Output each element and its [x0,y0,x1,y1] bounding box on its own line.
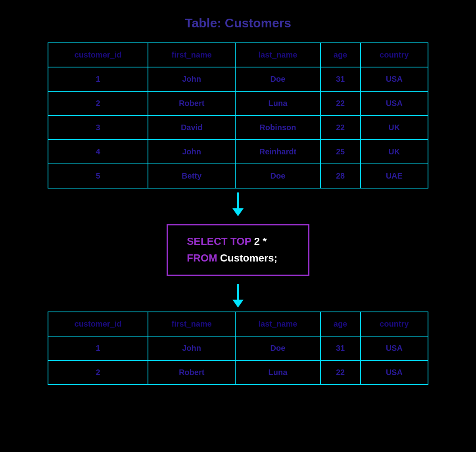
result-cell-1-3: 22 [321,360,361,385]
source-table-row: 5BettyDoe28UAE [48,164,428,188]
source-col-header-country: country [361,43,428,67]
source-cell-3-0: 4 [48,140,148,164]
query-table-name: Customers; [220,252,277,264]
source-cell-3-4: UK [361,140,428,164]
result-cell-1-0: 2 [48,360,148,385]
arrow-line-2 [237,284,239,300]
source-table-row: 4JohnReinhardt25UK [48,140,428,164]
keyword-select-top: SELECT TOP [187,235,251,247]
result-cell-1-1: Robert [148,360,235,385]
source-cell-2-1: David [148,115,235,140]
result-cell-0-2: Doe [235,336,320,360]
arrow-head-1 [232,208,244,216]
source-col-header-last_name: last_name [235,43,320,67]
source-cell-3-2: Reinhardt [235,140,320,164]
source-cell-0-1: John [148,67,235,91]
source-col-header-first_name: first_name [148,43,235,67]
result-cell-1-2: Luna [235,360,320,385]
result-col-header-customer_id: customer_id [48,312,148,336]
page-title: Table: Customers [185,16,291,31]
keyword-from: FROM [187,252,217,264]
result-cell-0-4: USA [361,336,428,360]
source-cell-1-3: 22 [321,91,361,115]
source-cell-4-2: Doe [235,164,320,188]
result-cell-0-0: 1 [48,336,148,360]
arrow-head-2 [232,300,244,308]
source-cell-0-2: Doe [235,67,320,91]
result-table-row: 1JohnDoe31USA [48,336,428,360]
source-cell-0-3: 31 [321,67,361,91]
source-cell-1-2: Luna [235,91,320,115]
source-cell-2-2: Robinson [235,115,320,140]
arrow-down-1 [232,192,244,216]
source-col-header-customer_id: customer_id [48,43,148,67]
source-cell-4-0: 5 [48,164,148,188]
source-cell-0-4: USA [361,67,428,91]
result-table-row: 2RobertLuna22USA [48,360,428,385]
source-cell-3-3: 25 [321,140,361,164]
arrow-down-2 [232,284,244,308]
query-line-1: SELECT TOP 2 * [187,235,267,248]
source-table-header-row: customer_idfirst_namelast_nameagecountry [48,43,428,67]
query-box: SELECT TOP 2 * FROM Customers; [167,224,309,276]
source-cell-1-4: USA [361,91,428,115]
source-cell-2-4: UK [361,115,428,140]
source-table-row: 3DavidRobinson22UK [48,115,428,140]
result-col-header-last_name: last_name [235,312,320,336]
source-cell-1-1: Robert [148,91,235,115]
source-cell-2-0: 3 [48,115,148,140]
source-cell-4-4: UAE [361,164,428,188]
result-col-header-age: age [321,312,361,336]
source-cell-3-1: John [148,140,235,164]
source-cell-2-3: 22 [321,115,361,140]
result-col-header-first_name: first_name [148,312,235,336]
source-cell-4-3: 28 [321,164,361,188]
arrow-line-1 [237,192,239,208]
source-cell-0-0: 1 [48,67,148,91]
source-table-row: 2RobertLuna22USA [48,91,428,115]
source-table: customer_idfirst_namelast_nameagecountry… [48,42,428,188]
result-cell-1-4: USA [361,360,428,385]
query-line-2: FROM Customers; [187,252,277,265]
query-top-val: 2 * [254,235,267,247]
page-container: Table: Customers customer_idfirst_namela… [20,16,456,385]
source-col-header-age: age [321,43,361,67]
result-cell-0-3: 31 [321,336,361,360]
result-table-header-row: customer_idfirst_namelast_nameagecountry [48,312,428,336]
result-table: customer_idfirst_namelast_nameagecountry… [48,312,428,385]
source-cell-1-0: 2 [48,91,148,115]
result-col-header-country: country [361,312,428,336]
result-cell-0-1: John [148,336,235,360]
source-table-row: 1JohnDoe31USA [48,67,428,91]
source-cell-4-1: Betty [148,164,235,188]
